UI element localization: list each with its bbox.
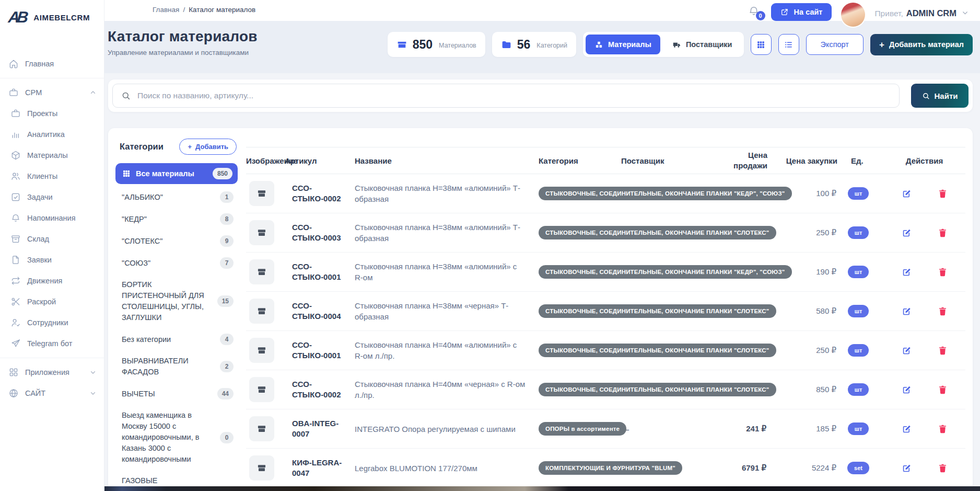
category-item[interactable]: БОРТИК ПРИСТЕНОЧНЫЙ ДЛЯ СТОЛЕШНИЦЫ, УГЛЫ…	[115, 274, 238, 328]
sidebar-item-аналитика[interactable]: Аналитика	[0, 124, 104, 145]
category-label: Все материалы	[136, 168, 207, 179]
go-to-site-button[interactable]: На сайт	[771, 3, 832, 21]
sidebar-item-заявки[interactable]: Заявки	[0, 249, 104, 270]
cell-name[interactable]: Стыковочная планка Н=38мм «алюминий» Т-о…	[355, 182, 539, 204]
cell-name[interactable]: Стыковочная планка Н=40мм «алюминий» с R…	[355, 339, 539, 361]
category-label: ВЫРАВНИВАТЕЛИ ФАСАДОВ	[122, 356, 215, 378]
sidebar-item-label: Материалы	[27, 151, 68, 159]
sidebar-item-напоминания[interactable]: Напоминания	[0, 208, 104, 229]
package-icon	[256, 424, 267, 434]
category-item[interactable]: Выезд каменщика в Москву 15000 с команди…	[115, 405, 238, 470]
column-actions: Действия	[879, 156, 970, 165]
delete-button[interactable]	[938, 189, 948, 199]
category-item[interactable]: "АЛЬБИКО"1	[115, 186, 238, 208]
cell-name[interactable]: Legrabox BLUMOTION 177/270мм	[355, 463, 539, 474]
table-row: ССО-СТЫКО-0002Стыковочная планка Н=40мм …	[246, 370, 965, 409]
folder-icon	[501, 39, 512, 50]
cell-category: СТЫКОВОЧНЫЕ, СОЕДИНИТЕЛЬНЫЕ, ОКОНЧАНИЕ П…	[539, 265, 621, 279]
sidebar-item-label: Клиенты	[27, 172, 57, 180]
category-label: Выезд каменщика в Москву 15000 с команди…	[122, 410, 215, 465]
cell-actions	[879, 424, 970, 434]
tab-materials[interactable]: Материалы	[586, 35, 660, 54]
category-item[interactable]: "СЛОТЕКС"9	[115, 230, 238, 252]
grid-view-button[interactable]	[751, 34, 772, 55]
search-input[interactable]	[137, 91, 891, 100]
search-submit-button[interactable]: Найти	[911, 84, 969, 108]
cell-name[interactable]: Стыковочная планка Н=38мм «алюминий» с R…	[355, 261, 539, 283]
edit-button[interactable]	[902, 228, 912, 238]
category-count-badge: 8	[220, 213, 234, 225]
notifications-button[interactable]: 0	[748, 5, 762, 19]
delete-button[interactable]	[938, 306, 948, 316]
sidebar-item-telegram-бот[interactable]: Telegram бот	[0, 333, 104, 354]
cell-name[interactable]: INTEGRATO Опора регулируемая с шипами	[355, 424, 539, 435]
grid-icon	[122, 169, 131, 178]
category-label: БОРТИК ПРИСТЕНОЧНЫЙ ДЛЯ СТОЛЕШНИЦЫ, УГЛЫ…	[122, 279, 212, 323]
page-header-actions: 850 Материалов 56 Категорий Материалы	[388, 32, 973, 57]
user-avatar[interactable]	[841, 3, 865, 27]
category-label: "АЛЬБИКО"	[122, 192, 215, 203]
category-item[interactable]: "КЕДР"8	[115, 208, 238, 230]
user-menu[interactable]: Привет, ADMIN CRM	[874, 8, 969, 18]
sidebar-item-cpm[interactable]: CPM	[0, 82, 104, 103]
delete-button[interactable]	[938, 228, 948, 238]
trash-icon	[938, 424, 948, 434]
stat-categories-value: 56	[517, 38, 531, 52]
material-image-placeholder	[249, 416, 274, 441]
cell-unit: шт	[837, 187, 879, 200]
category-item[interactable]: Все материалы850	[115, 163, 238, 184]
add-category-button[interactable]: + Добавить	[179, 139, 237, 155]
sidebar-item-сайт[interactable]: САЙТ	[0, 383, 104, 404]
cell-name[interactable]: Стыковочная планка Н=40мм «черная» с R-о…	[355, 379, 539, 401]
sidebar-item-проекты[interactable]: Проекты	[0, 103, 104, 124]
sidebar-item-label: Проекты	[27, 109, 57, 118]
search-box[interactable]	[112, 84, 900, 108]
cell-name[interactable]: Стыковочная планка Н=38мм «черная» Т-обр…	[355, 300, 539, 322]
brand[interactable]: AB AIMEBELCRM	[0, 0, 104, 33]
users-icon	[10, 171, 21, 181]
sidebar-item-приложения[interactable]: Приложения	[0, 362, 104, 383]
stat-materials: 850 Материалов	[388, 32, 485, 57]
list-view-button[interactable]	[778, 34, 799, 55]
stat-categories: 56 Категорий	[492, 32, 576, 57]
edit-icon	[902, 189, 912, 199]
delete-button[interactable]	[938, 346, 948, 356]
cell-image	[246, 181, 292, 206]
category-item[interactable]: ВЫРАВНИВАТЕЛИ ФАСАДОВ2	[115, 350, 238, 383]
sidebar-item-задачи[interactable]: Задачи	[0, 187, 104, 208]
category-item[interactable]: ВЫЧЕТЫ44	[115, 383, 238, 405]
delete-button[interactable]	[938, 424, 948, 434]
edit-button[interactable]	[902, 306, 912, 316]
delete-button[interactable]	[938, 267, 948, 277]
breadcrumb-home[interactable]: Главная	[153, 6, 179, 14]
edit-button[interactable]	[902, 189, 912, 199]
edit-button[interactable]	[902, 267, 912, 277]
edit-button[interactable]	[902, 463, 912, 473]
home-icon	[8, 59, 19, 69]
cell-unit: шт	[837, 266, 879, 278]
cell-name[interactable]: Стыковочная планка Н=38мм «алюминий» Т-о…	[355, 222, 539, 244]
delete-button[interactable]	[938, 385, 948, 395]
edit-button[interactable]	[902, 385, 912, 395]
cell-category: СТЫКОВОЧНЫЕ, СОЕДИНИТЕЛЬНЫЕ, ОКОНЧАНИЕ П…	[539, 187, 621, 200]
cell-actions	[879, 306, 970, 316]
delete-button[interactable]	[938, 463, 948, 473]
edit-button[interactable]	[902, 346, 912, 356]
sidebar-item-сотрудники[interactable]: Сотрудники	[0, 312, 104, 333]
category-item[interactable]: Без категории4	[115, 328, 238, 350]
sidebar-item-раскрой[interactable]: Раскрой	[0, 291, 104, 312]
edit-button[interactable]	[902, 424, 912, 434]
sidebar-item-материалы[interactable]: Материалы	[0, 145, 104, 166]
cell-supplier: —	[621, 425, 689, 433]
export-button[interactable]: Экспорт	[806, 34, 864, 55]
sidebar-item-движения[interactable]: Движения	[0, 270, 104, 291]
sidebar-item-склад[interactable]: Склад	[0, 229, 104, 249]
tab-suppliers[interactable]: Поставщики	[663, 35, 741, 54]
add-material-button[interactable]: + Добавить материал	[870, 34, 973, 55]
sidebar-item-клиенты[interactable]: Клиенты	[0, 166, 104, 187]
category-item[interactable]: "СОЮЗ"7	[115, 252, 238, 274]
category-count-badge: 4	[220, 334, 234, 345]
sidebar-item-главная[interactable]: Главная	[0, 53, 104, 74]
trash-icon	[938, 385, 948, 395]
cell-article: ССО-СТЫКО-0001	[292, 261, 342, 282]
